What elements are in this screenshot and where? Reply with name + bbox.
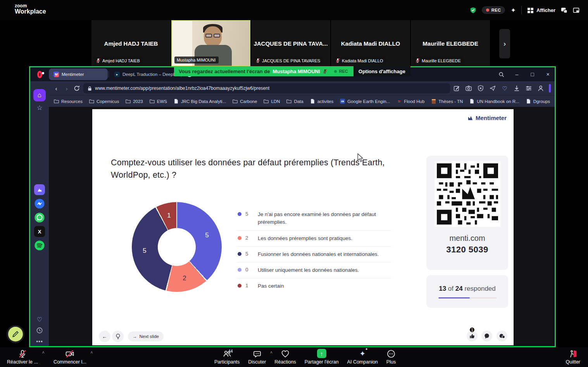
participants-button[interactable]: 44 Participants [214, 350, 240, 365]
opera-logo-icon[interactable] [30, 71, 49, 78]
leave-meeting-button[interactable]: Quitter [566, 350, 580, 365]
unmute-button[interactable]: Réactiver le ... ˄ [7, 350, 38, 365]
fullscreen-icon[interactable] [573, 7, 579, 14]
legend-row: 5 Je n'ai pas encore examiné les données… [237, 207, 391, 230]
ai-companion-button[interactable]: ✦✦ AI Companion [347, 350, 378, 365]
bookmark-link[interactable]: UN Handbook on R... [469, 99, 519, 104]
favorites-heart-icon[interactable]: ♡ [37, 316, 42, 323]
sidebar-indicator[interactable] [549, 84, 551, 93]
menti-code: 3120 5039 [446, 245, 488, 255]
tab-mentimeter[interactable]: M Mentimeter [49, 69, 108, 80]
x-twitter-icon[interactable]: X [34, 226, 45, 237]
aria-ai-icon[interactable] [34, 184, 45, 195]
donut-segment-value: 5 [143, 247, 146, 255]
maximize-icon[interactable]: □ [529, 72, 535, 77]
participant-tile[interactable]: Maurille ELEGBEDE Maurille ELEGBEDE [411, 20, 490, 67]
spotify-icon[interactable] [34, 240, 45, 251]
bookmark-folder[interactable]: Carbone [233, 99, 257, 104]
divider [521, 6, 522, 14]
participant-badge: Amjed HADJ TAIEB [94, 57, 143, 64]
bookmark-folder[interactable]: Copernicus [89, 99, 119, 104]
profile-icon[interactable] [538, 85, 544, 91]
bookmark-link[interactable]: activites [310, 99, 334, 104]
security-shield-icon[interactable] [470, 7, 476, 14]
ai-companion-icon[interactable]: ✦ [510, 7, 516, 14]
messenger-icon[interactable] [34, 198, 45, 209]
favorite-heart-icon[interactable]: ♡ [502, 85, 508, 91]
exit-door-icon [569, 350, 577, 358]
bookmark-folder[interactable]: Data [286, 99, 303, 104]
forward-icon[interactable]: › [63, 85, 70, 92]
question-title: Comptez-vous utiliser les données par dé… [111, 156, 394, 182]
more-button[interactable]: Plus [386, 350, 396, 365]
bookmark-folder[interactable]: LDN [264, 99, 280, 104]
legend-value: 0 [245, 266, 258, 273]
start-video-button[interactable]: Commencer l... ˄ [53, 350, 86, 365]
hint-bulb-button[interactable] [112, 331, 124, 342]
bookmark-folder[interactable]: EWS [150, 99, 167, 104]
reaction-count-badge: 1 [469, 327, 475, 333]
mic-muted-icon [96, 58, 100, 63]
qa-button[interactable] [497, 331, 507, 341]
snapshot-camera-icon[interactable] [466, 85, 472, 91]
speed-dial-button[interactable]: ⌂ [33, 89, 46, 101]
browser-toolbar: ‹ › www.mentimeter.com/app/presentation/… [49, 81, 555, 95]
previous-slide-button[interactable]: ← [99, 331, 110, 342]
view-button[interactable]: Afficher [527, 7, 555, 14]
bookmark-link[interactable]: JRC Big Data Analyti... [174, 99, 226, 104]
minimize-icon[interactable]: – [514, 72, 520, 77]
legend-label: Utiliser uniquement les données national… [258, 266, 391, 274]
folder-icon [286, 99, 291, 104]
whatsapp-icon[interactable] [34, 212, 45, 223]
donut-segment-value: 1 [167, 212, 171, 220]
next-participants-button[interactable]: › [499, 29, 510, 58]
legend-label: Fusionner les données nationales et inte… [258, 250, 391, 258]
legend-row: 1 Pas certain [237, 278, 391, 294]
back-icon[interactable]: ‹ [53, 85, 60, 92]
next-slide-button[interactable]: → Next slide [128, 331, 164, 341]
flow-send-icon[interactable] [490, 85, 496, 91]
responded-progress [438, 297, 497, 298]
share-screen-button[interactable]: ↑ Partager l'écran [305, 350, 339, 365]
video-options-chevron[interactable]: ˄ [90, 350, 93, 355]
downloads-icon[interactable] [514, 85, 520, 91]
address-bar[interactable]: www.mentimeter.com/app/presentation/albe… [83, 83, 450, 93]
participant-tile[interactable]: JACQUES DE PINA TAVA... JACQUES DE PINA … [251, 20, 330, 67]
participant-tile[interactable]: Amjed HADJ TAIEB Amjed HADJ TAIEB [91, 20, 171, 67]
search-tabs-icon[interactable] [498, 72, 504, 77]
compose-icon[interactable] [454, 85, 460, 91]
history-clock-icon[interactable] [36, 327, 43, 334]
adblock-shield-icon[interactable] [478, 85, 484, 91]
picture-in-picture-icon[interactable] [561, 7, 567, 14]
view-options-button[interactable]: Options d'affichage [353, 66, 410, 76]
legend-row: 5 Fusionner les données nationales et in… [237, 246, 391, 262]
bookmark-link[interactable]: skGoogle Earth Engin... [340, 99, 390, 104]
thumbs-up-button[interactable]: 1 [467, 331, 478, 341]
recording-indicator[interactable]: REC [482, 6, 505, 14]
chat-button[interactable]: Discuter ˄ [248, 350, 266, 365]
extensions-sliders-icon[interactable] [526, 85, 532, 91]
comment-button[interactable] [481, 331, 492, 341]
tab-deepl[interactable]: ▸ DeepL Traduction – DeepL [110, 69, 180, 80]
mic-muted-icon [18, 350, 27, 358]
participant-tile-video[interactable]: Mustapha MIMOUNI [171, 20, 250, 67]
participants-count: 44 [228, 349, 233, 353]
bookmark-link[interactable]: ≈Flood Hub [397, 99, 424, 104]
chat-options-chevron[interactable]: ˄ [270, 350, 272, 355]
bookmark-link[interactable]: Thèses - TN [431, 99, 463, 104]
reactions-button[interactable]: Réactions [274, 350, 296, 365]
mic-options-chevron[interactable]: ˄ [42, 350, 44, 355]
presenter-mic-muted-icon [323, 69, 327, 74]
close-icon[interactable]: × [545, 72, 551, 77]
bookmark-folder[interactable]: 2023 [126, 99, 143, 104]
sidebar-more-icon[interactable]: ••• [36, 338, 43, 345]
reload-icon[interactable] [74, 85, 80, 91]
bookmark-link[interactable]: Dgroups [526, 99, 550, 104]
bookmarks-star-icon[interactable]: ☆ [36, 104, 42, 112]
tab-label: DeepL Traduction – DeepL [122, 72, 176, 77]
bookmark-folder[interactable]: Resources [54, 99, 83, 104]
chat-icon [253, 350, 261, 358]
donut-segment-value: 2 [183, 274, 186, 282]
participant-tile[interactable]: Kadiata Madi DIALLO Kadiata Madi DIALLO [331, 20, 410, 67]
annotate-button[interactable] [7, 325, 24, 343]
